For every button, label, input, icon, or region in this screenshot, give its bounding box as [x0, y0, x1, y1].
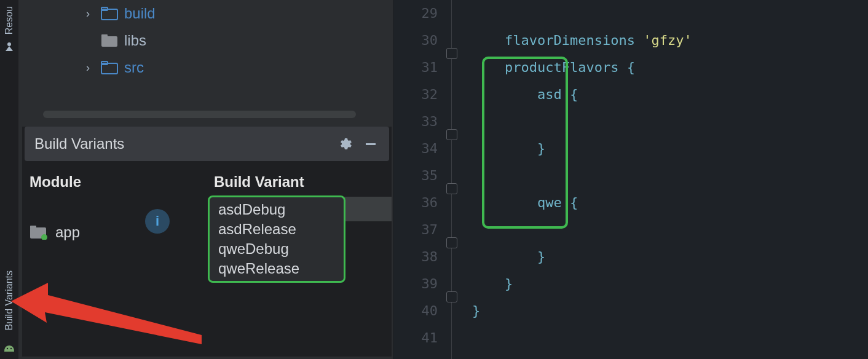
code-line[interactable]: } [472, 135, 868, 162]
svg-point-2 [7, 348, 8, 349]
module-name: app [55, 224, 80, 241]
variants-body: app i asdDebug asdRelease qweDebug qweRe… [22, 195, 392, 357]
tool-tab-build-variants[interactable]: Build Variants [4, 264, 15, 337]
svg-rect-7 [101, 34, 108, 37]
line-number: 34 [393, 135, 438, 162]
tree-item-libs[interactable]: libs [18, 27, 393, 54]
build-variants-header: Build Variants [25, 127, 389, 161]
code-line[interactable] [472, 216, 868, 243]
horizontal-scrollbar[interactable] [43, 111, 356, 118]
code-line[interactable]: flavorDimensions 'gfzy' [472, 27, 868, 54]
line-number: 32 [393, 81, 438, 108]
build-variants-panel: Build Variants Module Build Variant app [22, 127, 392, 357]
code-content[interactable]: flavorDimensions 'gfzy' productFlavors {… [461, 0, 868, 359]
variant-column-header: Build Variant [214, 173, 384, 191]
code-line[interactable] [472, 162, 868, 189]
line-number: 38 [393, 243, 438, 270]
tree-item-build[interactable]: › build [18, 0, 393, 27]
tree-label: build [124, 5, 156, 22]
code-line[interactable]: asd { [472, 81, 868, 108]
line-number: 30 [393, 27, 438, 54]
chevron-right-icon: › [86, 61, 95, 74]
variant-option[interactable]: asdDebug [210, 200, 344, 219]
line-number: 29 [393, 0, 438, 27]
chevron-right-icon: › [86, 7, 95, 20]
line-number: 35 [393, 162, 438, 189]
code-editor[interactable]: 29303132333435363738394041 flavorDimensi… [393, 0, 868, 359]
folder-icon [101, 34, 118, 47]
svg-rect-12 [30, 226, 36, 229]
fold-marker-icon[interactable] [446, 183, 457, 194]
info-icon[interactable]: i [145, 209, 170, 234]
code-line[interactable] [472, 108, 868, 135]
tool-tab-resources[interactable]: Resou [4, 0, 15, 41]
line-number: 36 [393, 189, 438, 216]
left-panel: › build libs › src Build Variants [18, 0, 393, 359]
code-line[interactable]: qwe { [472, 189, 868, 216]
line-number: 31 [393, 54, 438, 81]
tree-label: src [124, 59, 144, 76]
line-number: 40 [393, 298, 438, 325]
line-number: 39 [393, 270, 438, 298]
variant-option[interactable]: qweRelease [210, 259, 344, 278]
panel-title: Build Variants [34, 135, 328, 152]
code-line[interactable] [472, 0, 868, 27]
gear-icon[interactable] [336, 135, 353, 152]
line-number-gutter: 29303132333435363738394041 [393, 0, 445, 359]
resources-icon [3, 41, 15, 53]
svg-point-0 [7, 42, 11, 46]
project-tree: › build libs › src [18, 0, 393, 123]
module-column-header: Module [30, 173, 214, 191]
tree-item-src[interactable]: › src [18, 54, 393, 81]
module-row[interactable]: app [30, 214, 231, 251]
code-line[interactable]: productFlavors { [472, 54, 868, 81]
code-line[interactable]: } [472, 298, 868, 325]
android-icon [3, 342, 15, 354]
code-line[interactable] [472, 325, 868, 352]
variant-dropdown[interactable]: asdDebug asdRelease qweDebug qweRelease [208, 195, 345, 283]
line-number: 41 [393, 325, 438, 352]
svg-point-3 [10, 348, 12, 349]
svg-rect-6 [101, 36, 117, 47]
fold-marker-icon[interactable] [446, 291, 457, 302]
code-line[interactable]: } [472, 270, 868, 298]
fold-strip [445, 0, 461, 359]
variants-column-headers: Module Build Variant [22, 161, 392, 195]
code-line[interactable]: } [472, 243, 868, 270]
fold-marker-icon[interactable] [446, 237, 457, 248]
minimize-icon[interactable] [362, 135, 379, 152]
line-number: 33 [393, 108, 438, 135]
svg-marker-1 [6, 46, 13, 51]
line-number: 37 [393, 216, 438, 243]
variant-option[interactable]: qweDebug [210, 239, 344, 259]
fold-marker-icon[interactable] [446, 48, 457, 59]
folder-icon [101, 61, 118, 74]
folder-icon [101, 7, 118, 20]
variant-option[interactable]: asdRelease [210, 219, 344, 239]
module-icon [30, 225, 48, 240]
left-tool-strip: Resou Build Variants [0, 0, 18, 359]
tree-label: libs [124, 32, 146, 49]
svg-rect-10 [366, 143, 376, 145]
fold-marker-icon[interactable] [446, 129, 457, 140]
